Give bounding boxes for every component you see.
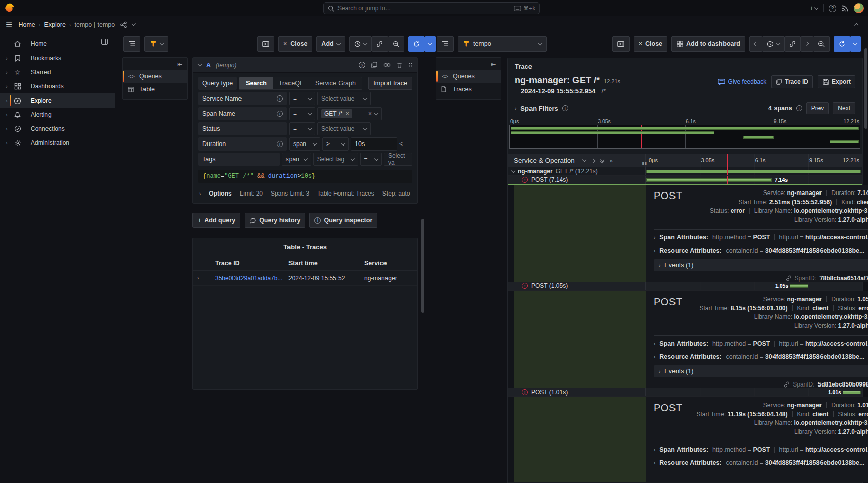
span-row-1[interactable]: ! POST (7.14s) 7.14s: [508, 176, 862, 184]
trace-id-link[interactable]: 35be0f3d29a01adda7b...: [215, 275, 288, 282]
status-op-select[interactable]: =: [289, 122, 315, 135]
trace-minimap[interactable]: 0μs 3.05s 6.1s 9.15s 12.21s: [509, 118, 860, 149]
service-name-value-select[interactable]: Select value: [317, 92, 371, 105]
resource-attributes-row[interactable]: ›Resource Attributes: container.id = 304…: [654, 456, 868, 469]
span-name-value-select[interactable]: GET /*× ×: [317, 107, 382, 120]
tags-scope-select[interactable]: span: [282, 153, 311, 166]
help-icon[interactable]: ?: [829, 5, 836, 12]
collapse-up-icon[interactable]: [854, 23, 858, 27]
prev-span-button[interactable]: Prev: [806, 102, 829, 114]
time-shift-forward-button[interactable]: [801, 36, 813, 52]
collapse-query-icon[interactable]: [198, 62, 202, 66]
duration-scope-select[interactable]: span: [289, 137, 320, 151]
query-options-row[interactable]: › Options Limit: 20 Spans Limit: 3 Table…: [198, 186, 412, 198]
toc-button-right[interactable]: [437, 36, 454, 52]
span-row-2[interactable]: ! POST (1.05s) 1.05s: [508, 282, 862, 291]
run-query-button-right[interactable]: [834, 36, 850, 52]
info-icon[interactable]: i: [796, 105, 802, 111]
query-inspector-button[interactable]: i Query inspector: [309, 213, 377, 228]
sidebar-item-starred[interactable]: › ☆ Starred: [0, 65, 115, 79]
link-icon[interactable]: [784, 381, 790, 388]
share-icon[interactable]: [120, 21, 127, 28]
query-type-search[interactable]: Search: [239, 77, 273, 89]
split-open-button-left[interactable]: [257, 36, 274, 52]
sidebar-item-connections[interactable]: › Connections: [0, 122, 115, 136]
duplicate-query-icon[interactable]: [371, 62, 377, 68]
info-icon[interactable]: i: [562, 105, 568, 111]
expand-all-icon[interactable]: »: [610, 158, 613, 164]
remove-chip-icon[interactable]: ×: [346, 110, 349, 117]
span-attributes-row[interactable]: ›Span Attributes: http.method = POST htt…: [654, 443, 868, 456]
span-filters-label[interactable]: Span Filters: [520, 105, 558, 112]
next-span-button[interactable]: Next: [833, 102, 855, 114]
mega-menu-icon[interactable]: ☰: [6, 20, 12, 29]
permalink-button-right[interactable]: [785, 36, 801, 52]
collapse-tabs-icon[interactable]: ⇤: [123, 58, 187, 70]
tab-queries-right[interactable]: <> Queries: [436, 70, 501, 83]
tags-op-select[interactable]: =: [360, 153, 382, 166]
span-attributes-row[interactable]: ›Span Attributes: http.method = POST htt…: [654, 337, 868, 350]
chevron-right-icon[interactable]: ›: [515, 106, 516, 111]
run-query-button-left[interactable]: [408, 36, 425, 52]
link-icon[interactable]: [786, 275, 792, 281]
right-pane-scrollbar[interactable]: [864, 48, 867, 129]
col-service[interactable]: Service: [364, 260, 413, 267]
datasource-picker-left[interactable]: [144, 36, 168, 52]
span-name-chip[interactable]: GET /*×: [321, 109, 352, 118]
collapse-tabs-icon[interactable]: ⇤: [436, 58, 501, 70]
span-name-op-select[interactable]: =: [289, 107, 315, 120]
query-type-service-graph[interactable]: Service Graph: [309, 77, 362, 89]
news-icon[interactable]: [841, 5, 849, 12]
service-name-op-select[interactable]: =: [289, 92, 315, 105]
collapse-one-icon[interactable]: [582, 158, 586, 162]
info-icon[interactable]: i: [277, 111, 283, 117]
duration-trail[interactable]: <: [399, 137, 403, 151]
clear-icon[interactable]: ×: [368, 110, 372, 117]
remove-query-icon[interactable]: [397, 62, 402, 68]
events-row[interactable]: ›Events (1): [654, 365, 868, 377]
status-value-select[interactable]: Select value: [317, 122, 371, 135]
sidebar-item-alerting[interactable]: › Alerting: [0, 108, 115, 122]
add-button-left[interactable]: Add: [316, 36, 345, 52]
sidebar-item-bookmarks[interactable]: › Bookmarks: [0, 51, 115, 65]
search-input[interactable]: [337, 5, 514, 12]
query-history-button[interactable]: Query history: [245, 213, 305, 228]
close-pane-button-right[interactable]: × Close: [634, 36, 667, 52]
left-pane-scrollbar[interactable]: [421, 219, 424, 313]
query-type-traceql[interactable]: TraceQL: [273, 77, 309, 89]
trace-id-button[interactable]: Trace ID: [771, 75, 813, 88]
tags-tag-select[interactable]: Select tag: [313, 153, 358, 166]
export-button[interactable]: Export: [818, 75, 855, 88]
datasource-picker-right[interactable]: tempo: [458, 36, 547, 52]
tab-table-left[interactable]: Table: [123, 83, 187, 96]
span-bar-2[interactable]: [790, 284, 808, 288]
query-help-icon[interactable]: ?: [359, 62, 365, 68]
zoom-out-button-left[interactable]: [388, 36, 404, 52]
close-pane-button-left[interactable]: × Close: [278, 36, 312, 52]
breadcrumb-dropdown-icon[interactable]: [132, 22, 136, 26]
global-search[interactable]: ⌘+k: [323, 2, 540, 14]
breadcrumb-explore[interactable]: Explore: [44, 21, 65, 28]
events-row[interactable]: ›Events (1): [654, 259, 868, 271]
split-close-button-right[interactable]: [612, 36, 630, 52]
duration-min-input[interactable]: [351, 137, 397, 151]
permalink-button-left[interactable]: [372, 36, 388, 52]
breadcrumb-home[interactable]: Home: [18, 21, 35, 28]
query-editor-header[interactable]: A (tempo) ?: [193, 58, 417, 73]
span-row-3[interactable]: ! POST (1.01s) 1.01s: [508, 388, 862, 397]
resource-attributes-row[interactable]: ›Resource Attributes: container.id = 304…: [654, 350, 868, 363]
sidebar-item-explore[interactable]: › Explore: [0, 93, 115, 108]
user-avatar[interactable]: [854, 3, 864, 13]
time-shift-back-button[interactable]: [749, 36, 762, 52]
collapse-row-icon[interactable]: [511, 168, 515, 172]
service-operation-header[interactable]: Service & Operation: [514, 157, 575, 164]
toc-button[interactable]: [123, 36, 140, 52]
sidebar-item-administration[interactable]: › Administration: [0, 136, 115, 150]
col-start-time[interactable]: Start time: [288, 260, 364, 267]
span-bar-3[interactable]: [843, 391, 861, 394]
span-bar-1[interactable]: [646, 178, 772, 182]
sidebar-item-home[interactable]: Home: [0, 37, 115, 51]
give-feedback-link[interactable]: Give feedback: [718, 78, 767, 85]
info-icon[interactable]: i: [277, 141, 283, 147]
add-query-button[interactable]: + Add query: [192, 213, 240, 228]
